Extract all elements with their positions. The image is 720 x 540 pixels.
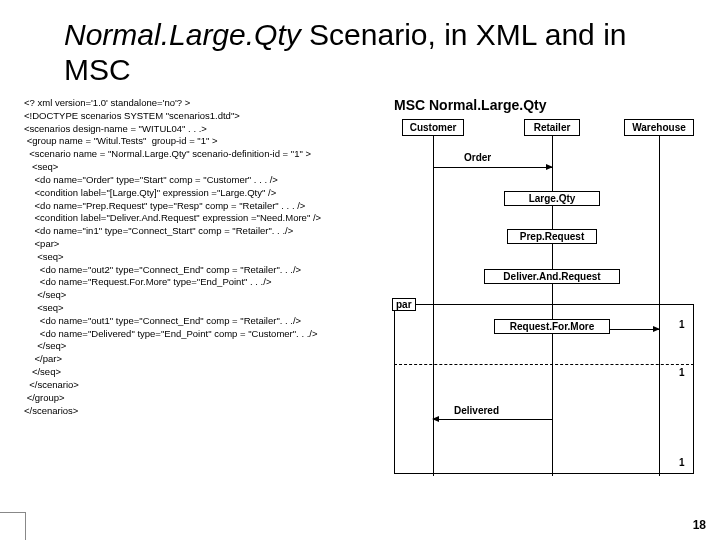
- corner-accent: [0, 512, 26, 540]
- xml-column: <? xml version='1.0' standalone='no'? > …: [24, 97, 384, 499]
- msc-diagram: Customer Retailer Warehouse Order Large.…: [394, 119, 694, 499]
- title-italic: Normal.Large.Qty: [64, 18, 301, 51]
- cond-deliver-and-request: Deliver.And.Request: [484, 269, 620, 284]
- page-number: 18: [693, 518, 706, 532]
- one-a: 1: [679, 319, 685, 330]
- arrow-order: [433, 167, 552, 168]
- slide-title: Normal.Large.Qty Scenario, in XML and in…: [64, 18, 696, 87]
- cond-prep-request: Prep.Request: [507, 229, 597, 244]
- arrow-delivered: [433, 419, 552, 420]
- content-columns: <? xml version='1.0' standalone='no'? > …: [24, 97, 696, 499]
- label-delivered: Delivered: [454, 405, 499, 416]
- one-c: 1: [679, 457, 685, 468]
- one-b: 1: [679, 367, 685, 378]
- cond-large-qty: Large.Qty: [504, 191, 600, 206]
- actor-warehouse: Warehouse: [624, 119, 694, 136]
- par-label: par: [392, 298, 416, 311]
- actor-customer: Customer: [402, 119, 464, 136]
- label-order: Order: [464, 152, 491, 163]
- xml-code: <? xml version='1.0' standalone='no'? > …: [24, 97, 384, 417]
- msc-title: MSC Normal.Large.Qty: [394, 97, 696, 113]
- msc-column: MSC Normal.Large.Qty Customer Retailer W…: [394, 97, 696, 499]
- actor-retailer: Retailer: [524, 119, 580, 136]
- par-divider: [394, 364, 694, 365]
- slide: Normal.Large.Qty Scenario, in XML and in…: [0, 0, 720, 540]
- cond-request-for-more: Request.For.More: [494, 319, 610, 334]
